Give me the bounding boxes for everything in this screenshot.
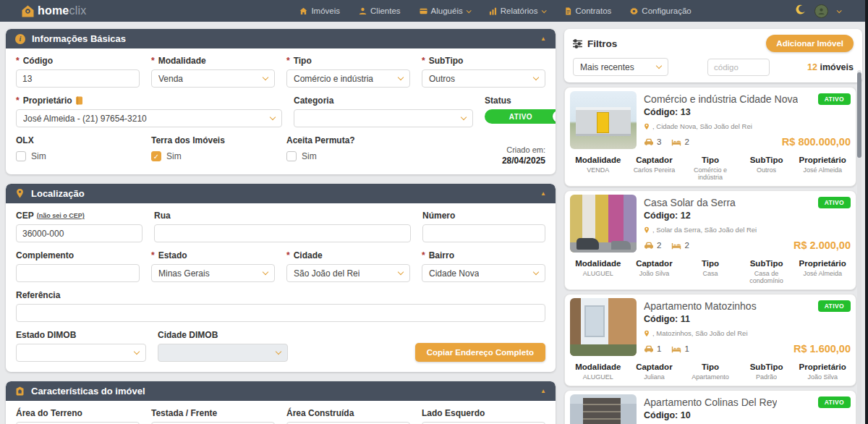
adicionar-imovel-button[interactable]: Adicionar Imóvel — [766, 35, 854, 52]
contact-book-icon[interactable] — [75, 96, 83, 105]
olx-checkbox[interactable]: ✓Sim — [16, 151, 140, 161]
created-at: Criado em:28/04/2025 — [422, 145, 545, 166]
detail-value: ALUGUEL — [570, 373, 626, 381]
sort-select[interactable]: Mais recentes — [573, 58, 668, 76]
map-pin-icon — [644, 123, 650, 130]
cidade-select[interactable]: São João del Rei — [286, 264, 410, 282]
section-header[interactable]: Localização ▲ — [6, 184, 556, 203]
chevron-down-icon — [541, 8, 546, 13]
cep-input[interactable] — [16, 224, 142, 242]
brand-logo[interactable]: homeclix — [22, 4, 86, 17]
toggle-knob — [553, 111, 556, 122]
cep-help-link[interactable]: (não sei o CEP) — [37, 212, 85, 219]
referencia-label: Referência — [16, 290, 545, 300]
detail-value: Casa de condomínio — [739, 270, 795, 284]
main-content: i Informações Básicas ▲ *Código *Modalid… — [0, 22, 868, 424]
property-details-row: ModalidadeVENDA CaptadorCarlos Pereira T… — [570, 156, 851, 181]
modalidade-select[interactable]: Venda — [151, 69, 275, 88]
key-icon — [420, 7, 427, 15]
testada-label: Testada / Frente — [151, 408, 275, 418]
collapse-chevron-icon[interactable]: ▲ — [540, 35, 546, 42]
nav-item-clientes[interactable]: Clientes — [359, 7, 401, 15]
estado-select[interactable]: Minas Gerais — [151, 264, 275, 282]
results-count: 12 imóveis — [807, 62, 854, 72]
checkbox[interactable]: ✓ — [151, 151, 161, 161]
section-header[interactable]: Características do imóvel ▲ — [6, 381, 556, 401]
property-code: Código: 10 — [644, 410, 851, 420]
garage-count: 1 — [657, 344, 661, 353]
detail-label: Modalidade — [570, 362, 626, 371]
complemento-input[interactable] — [16, 264, 140, 282]
user-avatar[interactable] — [814, 4, 828, 18]
collapse-chevron-icon[interactable]: ▲ — [540, 190, 546, 197]
property-stats: 3 2 R$ 800.000,00 — [644, 136, 851, 148]
detail-value: Juliana — [626, 373, 683, 381]
filters-title: Filtros — [573, 38, 617, 49]
dark-mode-toggle[interactable] — [795, 4, 806, 17]
subtipo-select[interactable]: Outros — [422, 69, 545, 88]
bairro-select[interactable]: Cidade Nova — [422, 264, 545, 282]
proprietario-select[interactable]: José Almeida - (21) 97654-3210 — [16, 109, 282, 127]
rua-input[interactable] — [154, 224, 411, 242]
cidade-dimob-select[interactable] — [158, 344, 288, 362]
cidade-dimob-label: Cidade DIMOB — [158, 330, 288, 340]
section-caracteristicas: Características do imóvel ▲ Área do Terr… — [6, 381, 556, 424]
cep-label: CEP — [16, 211, 34, 221]
status-badge: ATIVO — [818, 300, 851, 312]
detail-label: Tipo — [682, 362, 739, 371]
property-card[interactable]: Apartamento Colinas Del Rey ATIVO Código… — [564, 390, 856, 424]
estado-dimob-select[interactable] — [16, 344, 146, 362]
top-navbar: homeclix Imóveis Clientes Aluguéis Relat… — [0, 0, 868, 22]
nav-item-configuracao[interactable]: Configuração — [630, 7, 691, 15]
status-badge: ATIVO — [818, 397, 851, 408]
codigo-input[interactable] — [16, 69, 140, 88]
proprietario-label: Proprietário — [23, 96, 72, 106]
bed-count: 2 — [684, 241, 689, 250]
bairro-label: Bairro — [429, 250, 454, 260]
property-code: Código: 13 — [644, 107, 851, 117]
aceita-permuta-checkbox[interactable]: ✓Sim — [286, 151, 410, 161]
user-menu-chevron-icon[interactable] — [837, 8, 842, 13]
section-header[interactable]: i Informações Básicas ▲ — [6, 29, 556, 48]
info-icon: i — [15, 34, 25, 44]
chevron-down-icon — [466, 8, 471, 13]
terra-dos-imoveis-checkbox[interactable]: ✓Sim — [151, 151, 275, 161]
property-card[interactable]: Comércio e indústria Cidade Nova ATIVO C… — [564, 87, 856, 187]
copiar-endereco-button[interactable]: Copiar Endereço Completo — [415, 343, 545, 362]
checkbox[interactable]: ✓ — [16, 151, 26, 161]
home-logo-icon — [22, 5, 34, 17]
filter-sliders-icon — [573, 39, 582, 48]
detail-value: ALUGUEL — [570, 270, 626, 277]
nav-item-contratos[interactable]: Contratos — [564, 7, 612, 15]
nav-item-imoveis[interactable]: Imóveis — [299, 7, 340, 15]
detail-label: Proprietário — [794, 259, 851, 268]
list-scrollbar-thumb[interactable] — [857, 72, 861, 158]
required-asterisk: * — [16, 56, 20, 66]
property-photo — [570, 298, 637, 356]
nav-item-alugueis[interactable]: Aluguéis — [420, 7, 470, 15]
categoria-select[interactable] — [294, 109, 473, 127]
property-title: Apartamento Matozinhos — [644, 300, 757, 312]
area-construida-label: Área Construída — [286, 408, 410, 418]
property-cards-list: Comércio e indústria Cidade Nova ATIVO C… — [564, 87, 856, 424]
nav-item-relatorios[interactable]: Relatórios — [489, 7, 545, 15]
house-icon — [299, 7, 307, 15]
codigo-filter-input[interactable] — [707, 59, 770, 76]
select-chevron-icon — [656, 63, 662, 69]
checkbox[interactable]: ✓ — [286, 151, 297, 161]
bed-icon — [671, 138, 681, 146]
tipo-select[interactable]: Comércio e indústria — [286, 69, 410, 88]
numero-input[interactable] — [422, 224, 545, 242]
property-stats: 1 1 R$ 1.600,00 — [644, 343, 851, 355]
window-scrollbar[interactable] — [865, 0, 868, 424]
property-location: , Solar da Serra, São João del Rei — [644, 226, 851, 234]
subtipo-label: SubTipo — [429, 56, 464, 66]
detail-value: Comércio e indústria — [682, 166, 739, 181]
detail-value: José Almeida — [794, 166, 851, 174]
property-card[interactable]: Casa Solar da Serra ATIVO Código: 12 , S… — [564, 190, 856, 290]
collapse-chevron-icon[interactable]: ▲ — [540, 388, 546, 394]
detail-value: João Silva — [794, 373, 851, 381]
status-toggle[interactable]: ATIVO — [485, 109, 556, 124]
referencia-input[interactable] — [16, 304, 545, 322]
property-card[interactable]: Apartamento Matozinhos ATIVO Código: 11 … — [564, 294, 856, 386]
